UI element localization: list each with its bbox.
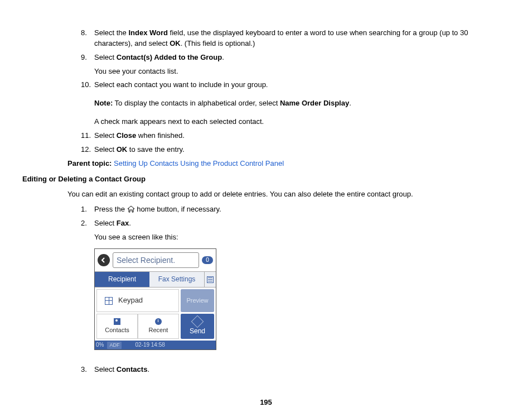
step-subtext: You see your contacts list. (94, 66, 476, 77)
fax-screenshot: Select Recipient. 0 Recipient Fax Settin… (94, 248, 216, 351)
step-body: Select Contact(s) Added to the Group. Yo… (94, 52, 476, 77)
step-body: Select the Index Word field, use the dis… (94, 28, 476, 49)
step-body: Select Fax. You see a screen like this: … (94, 218, 476, 361)
step-body: Select each contact you want to include … (94, 80, 476, 127)
preview-button: Preview (181, 289, 214, 312)
percent-label: 0% (96, 341, 104, 349)
recipient-field: Select Recipient. (113, 252, 199, 268)
step-number: 3. (81, 365, 94, 375)
step-8: 8. Select the Index Word field, use the … (81, 28, 476, 49)
menu-icon (204, 272, 216, 287)
step-number: 11. (81, 131, 94, 141)
step-number: 10. (81, 80, 94, 127)
keypad-icon (105, 297, 113, 305)
step-10: 10. Select each contact you want to incl… (81, 80, 476, 127)
datetime-label: 02-19 14:58 (135, 341, 165, 349)
step-subtext: A check mark appears next to each select… (94, 117, 476, 127)
step-body: Select OK to save the entry. (94, 145, 476, 155)
back-icon (98, 254, 110, 266)
contacts-icon (114, 318, 120, 325)
recent-button: Recent (138, 314, 179, 339)
tab-fax-settings: Fax Settings (149, 272, 204, 287)
step-number: 12. (81, 145, 94, 155)
contacts-button: Contacts (96, 314, 138, 339)
step-12: 12. Select OK to save the entry. (81, 145, 476, 155)
step-number: 8. (81, 28, 94, 49)
tab-recipient: Recipient (95, 272, 149, 287)
step-b2: 2. Select Fax. You see a screen like thi… (81, 218, 476, 361)
count-badge: 0 (202, 256, 213, 264)
step-9: 9. Select Contact(s) Added to the Group.… (81, 52, 476, 77)
clock-icon (155, 318, 162, 325)
keypad-button: Keypad (96, 289, 179, 312)
parent-topic-link[interactable]: Setting Up Contacts Using the Product Co… (114, 159, 284, 167)
page-number: 195 (22, 397, 510, 408)
step-b1: 1. Press the home button, if necessary. (81, 204, 476, 215)
send-button: Send (181, 314, 214, 339)
step-body: Press the home button, if necessary. (94, 204, 476, 215)
adf-label: ADF (107, 342, 122, 349)
step-body: Select Contacts. (94, 365, 476, 375)
step-subtext: You see a screen like this: (94, 232, 476, 243)
step-number: 1. (81, 204, 94, 215)
step-number: 2. (81, 218, 94, 361)
step-11: 11. Select Close when finished. (81, 131, 476, 141)
parent-topic: Parent topic: Setting Up Contacts Using … (67, 159, 476, 169)
step-body: Select Close when finished. (94, 131, 476, 141)
status-bar: 0% ADF 02-19 14:58 (95, 341, 216, 349)
send-icon (191, 315, 204, 328)
step-b3: 3. Select Contacts. (81, 365, 476, 375)
note: Note: To display the contacts in alphabe… (94, 98, 476, 109)
section-heading: Editing or Deleting a Contact Group (22, 174, 476, 185)
section-intro: You can edit an existing contact group t… (67, 189, 476, 200)
home-icon (127, 205, 137, 213)
step-number: 9. (81, 52, 94, 77)
